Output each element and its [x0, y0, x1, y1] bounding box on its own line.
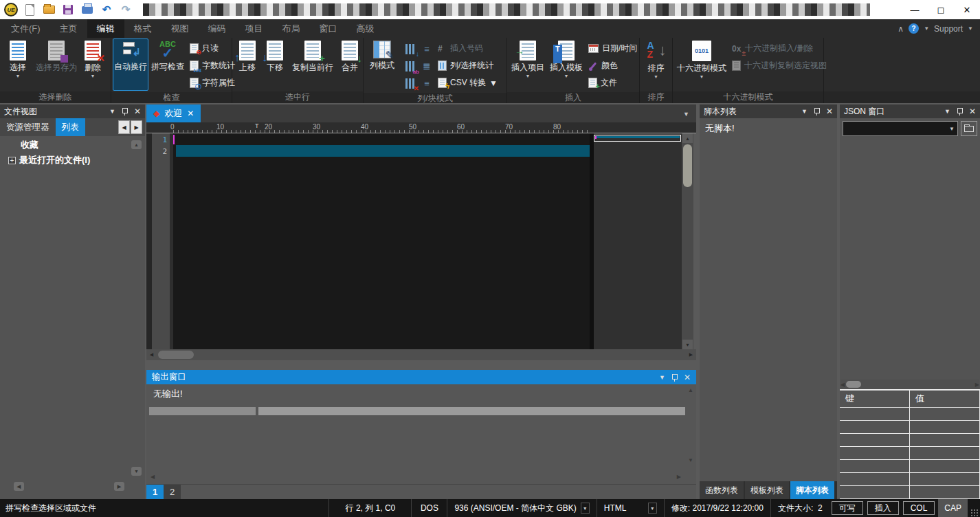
editor-tab-welcome[interactable]: ◆ 欢迎 ✕	[146, 104, 201, 122]
help-dropdown-icon[interactable]: ▼	[924, 25, 929, 32]
insert-project-button[interactable]: → 插入项目▼	[509, 38, 547, 91]
spell-check-button[interactable]: ABC✓ 拼写检查	[148, 38, 187, 91]
table-row[interactable]	[840, 421, 980, 434]
panel-menu-icon[interactable]: ▼	[801, 108, 808, 115]
scroll-left-icon[interactable]: ◀	[146, 350, 157, 360]
table-row[interactable]	[840, 434, 980, 447]
pin-icon[interactable]	[122, 107, 128, 116]
table-row[interactable]	[840, 473, 980, 486]
tree-scroll-down-icon[interactable]: ▼	[131, 467, 142, 476]
column-mode-button[interactable]: ✎ 列模式	[365, 38, 399, 91]
expand-icon[interactable]: +	[8, 157, 16, 164]
pin-icon[interactable]	[671, 373, 678, 382]
tree-scroll-right-icon[interactable]: ▶	[114, 482, 124, 491]
insert-column-button[interactable]: ↓	[402, 41, 419, 58]
table-row[interactable]	[840, 447, 980, 460]
tree-item-recent-files[interactable]: + 最近打开的文件(I)	[0, 154, 145, 166]
tab-scroll-left-icon[interactable]: ◀	[118, 120, 130, 134]
csv-convert-button[interactable]: ϟ CSV 转换 ▼	[438, 74, 498, 91]
convert-column-button[interactable]: ab	[402, 58, 419, 75]
help-icon[interactable]: ?	[909, 23, 919, 34]
collapse-ribbon-icon[interactable]: ∧	[898, 24, 904, 34]
tree-item-favorites[interactable]: 收藏	[0, 139, 145, 151]
support-dropdown-icon[interactable]: ▼	[968, 25, 973, 32]
hex-insert-delete-button[interactable]: 0x± 十六进制插入/删除	[732, 40, 827, 57]
date-time-button[interactable]: 日期/时间	[588, 40, 637, 57]
move-down-button[interactable]: ↓ 下移	[261, 38, 289, 91]
insert-file-button[interactable]: + 文件	[588, 74, 637, 91]
table-row[interactable]	[840, 408, 980, 421]
text-area[interactable]	[173, 133, 590, 349]
move-up-button[interactable]: ↑ 上移	[234, 38, 261, 91]
horizontal-scrollbar[interactable]: ◀ ▶	[840, 380, 979, 389]
output-splitter[interactable]	[146, 360, 696, 370]
minimize-button[interactable]: —	[902, 0, 928, 19]
output-tab-2[interactable]: 2	[164, 485, 181, 499]
tree-scroll-left-icon[interactable]: ◀	[14, 482, 24, 491]
scroll-down-icon[interactable]: ▼	[682, 340, 693, 349]
sort-button[interactable]: AZ↓ 排序▼	[641, 38, 671, 91]
panel-close-icon[interactable]: ✕	[684, 373, 691, 382]
delete-column-button[interactable]: ✕	[402, 75, 419, 92]
pin-icon[interactable]	[957, 107, 963, 116]
tab-function-list[interactable]: 函数列表	[700, 481, 744, 499]
hex-copy-view-button[interactable]: 十六进制复制选定视图	[732, 57, 827, 74]
scroll-up-icon[interactable]: ▲	[682, 133, 693, 143]
panel-menu-icon[interactable]: ▼	[109, 108, 115, 115]
vertical-scrollbar[interactable]: ▲ ▼	[682, 133, 693, 349]
menu-tab-layout[interactable]: 布局	[273, 19, 310, 38]
table-row[interactable]	[840, 460, 980, 473]
tab-script-list[interactable]: 脚本列表	[790, 481, 834, 499]
panel-menu-icon[interactable]: ▼	[944, 108, 950, 115]
scroll-down-icon[interactable]: ▼	[688, 457, 693, 463]
scrollbar-thumb[interactable]	[158, 351, 194, 359]
scroll-right-icon[interactable]: ▶	[975, 382, 979, 388]
resize-grip[interactable]	[970, 509, 979, 517]
tab-template-list[interactable]: 模板列表	[745, 481, 789, 499]
menu-tab-format[interactable]: 格式	[124, 19, 162, 38]
column-mode-indicator[interactable]: COL	[903, 501, 935, 515]
word-count-button[interactable]: 123 字数统计	[190, 57, 235, 74]
scrollbar-thumb[interactable]	[846, 381, 861, 388]
tab-explorer[interactable]: 资源管理器	[0, 118, 56, 136]
open-folder-icon[interactable]	[41, 2, 56, 17]
menu-tab-window[interactable]: 窗口	[310, 19, 347, 38]
menu-tab-encoding[interactable]: 编码	[199, 19, 236, 38]
output-tab-1[interactable]: 1	[146, 485, 164, 499]
menu-tab-view[interactable]: 视图	[162, 19, 199, 38]
minimap-viewport[interactable]	[594, 135, 681, 142]
delete-button[interactable]: ✕ 删除▼	[78, 38, 107, 91]
save-selection-as-button[interactable]: 选择另存为	[34, 38, 78, 91]
insert-mode-indicator[interactable]: 插入	[867, 501, 899, 515]
menu-tab-project[interactable]: 项目	[236, 19, 273, 38]
insert-number-button[interactable]: # 插入号码	[438, 40, 498, 57]
table-row[interactable]	[840, 486, 980, 499]
panel-close-icon[interactable]: ✕	[969, 107, 976, 116]
column-statistics-button[interactable]: 列/选择统计	[438, 57, 498, 74]
tab-list[interactable]: 列表	[56, 118, 85, 136]
scrollbar-thumb[interactable]	[683, 144, 692, 187]
line-ending-indicator[interactable]: DOS	[411, 499, 447, 517]
cursor-position[interactable]: 行 2, 列 1, C0	[328, 499, 411, 517]
close-button[interactable]: ✕	[954, 0, 980, 19]
column-header-key[interactable]: 键	[840, 390, 910, 407]
tree-scroll-up-icon[interactable]: ▲	[131, 140, 142, 149]
minimap[interactable]	[594, 133, 682, 349]
menu-tab-edit[interactable]: 编辑	[87, 19, 124, 38]
right-align-lines-button[interactable]: ≡	[419, 75, 435, 92]
scroll-right-icon[interactable]: ▶	[686, 350, 696, 360]
insert-template-button[interactable]: T 插入模板▼	[547, 38, 586, 91]
maximize-button[interactable]: ◻	[928, 0, 954, 19]
encoding-indicator[interactable]: 936 (ANSI/OEM - 简体中文 GBK) ▼	[447, 499, 596, 517]
save-icon[interactable]	[60, 2, 76, 17]
app-logo-icon[interactable]: UE	[4, 3, 18, 16]
tab-list-dropdown-icon[interactable]: ▼	[683, 111, 689, 118]
join-lines-button[interactable]: ↓ 合并	[337, 38, 363, 91]
tab-scroll-right-icon[interactable]: ▶	[131, 120, 142, 134]
column-header-value[interactable]: 值	[910, 390, 980, 407]
open-json-file-button[interactable]	[961, 121, 977, 136]
scroll-left-icon[interactable]: ◀	[840, 382, 845, 388]
undo-icon[interactable]: ↶	[99, 2, 114, 17]
panel-menu-icon[interactable]: ▼	[659, 374, 665, 381]
menu-tab-home[interactable]: 主页	[50, 19, 87, 38]
